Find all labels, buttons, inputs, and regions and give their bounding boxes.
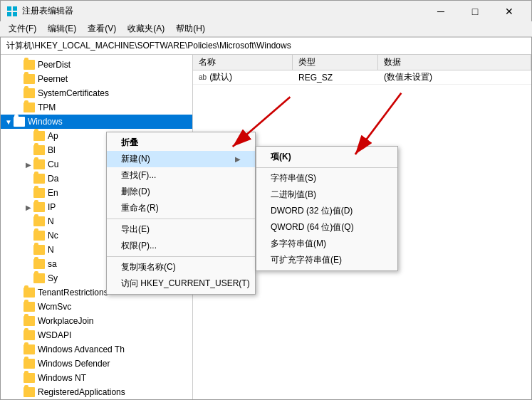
submenu-item-binary[interactable]: 二进制值(B) <box>256 186 397 203</box>
menu-bar-items: 文件(F) 编辑(E) 查看(V) 收藏夹(A) 帮助(H) <box>0 21 532 37</box>
expand-arrow <box>24 231 33 241</box>
app-icon <box>6 6 18 17</box>
expand-arrow <box>24 259 33 269</box>
menu-file[interactable]: 文件(F) <box>3 21 42 36</box>
svg-rect-3 <box>13 12 17 16</box>
tree-item-windowsnt[interactable]: Windows NT <box>1 371 192 385</box>
folder-icon <box>24 344 35 354</box>
tree-item-wcmsvc[interactable]: WcmSvc <box>1 300 192 314</box>
maximize-button[interactable]: □ <box>459 1 491 22</box>
tree-item-wsdapi[interactable]: WSDAPI <box>1 328 192 342</box>
title-bar-left: 注册表编辑器 <box>6 5 73 17</box>
expand-arrow <box>14 88 24 98</box>
cell-name: ab (默认) <box>193 70 293 84</box>
folder-icon <box>33 216 45 226</box>
expand-arrow <box>14 302 24 312</box>
context-menu: 折叠 新建(N) ▶ 查找(F)... 删除(D) 重命名(R) 导出(E) 权… <box>106 132 256 295</box>
folder-icon <box>33 188 45 198</box>
folder-icon <box>33 202 45 212</box>
submenu-item-string[interactable]: 字符串值(S) <box>256 170 397 186</box>
submenu-item-multistring[interactable]: 多字符串值(M) <box>256 236 397 252</box>
menu-view[interactable]: 查看(V) <box>82 21 122 36</box>
expand-arrow <box>14 373 24 383</box>
ctx-rename[interactable]: 重命名(R) <box>107 200 255 216</box>
ctx-sep1 <box>107 219 255 219</box>
tree-item-peernet[interactable]: Peernet <box>1 72 192 86</box>
tree-item-workplacejoin[interactable]: WorkplaceJoin <box>1 314 192 328</box>
ctx-access-hkcu[interactable]: 访问 HKEY_CURRENT_USER(T) <box>107 275 255 292</box>
main-window: 注册表编辑器 ─ □ ✕ 计算机\HKEY_LOCAL_MACHINE\SOFT… <box>0 0 532 400</box>
submenu-item-expandstring[interactable]: 可扩充字符串值(E) <box>256 252 397 268</box>
expand-arrow <box>24 245 33 255</box>
reg-value-icon: ab <box>199 73 207 81</box>
submenu-arrow: ▶ <box>235 155 241 163</box>
folder-icon <box>24 330 35 340</box>
table-header: 名称 类型 数据 <box>193 55 531 70</box>
submenu-item-dword[interactable]: DWORD (32 位)值(D) <box>256 203 397 219</box>
expand-arrow <box>24 188 33 198</box>
window-title: 注册表编辑器 <box>22 5 73 17</box>
folder-icon <box>14 117 25 127</box>
cell-data: (数值未设置) <box>378 70 531 84</box>
svg-rect-2 <box>7 12 11 16</box>
table-row[interactable]: ab (默认) REG_SZ (数值未设置) <box>193 70 531 85</box>
expand-arrow <box>24 273 33 283</box>
ctx-export[interactable]: 导出(E) <box>107 221 255 238</box>
expand-arrow: ▼ <box>4 117 14 127</box>
tree-item-winadvancedth[interactable]: Windows Advanced Th <box>1 342 192 357</box>
submenu-sep <box>256 167 397 168</box>
folder-icon <box>24 102 35 112</box>
ctx-copy-name[interactable]: 复制项名称(C) <box>107 259 255 275</box>
ctx-new[interactable]: 新建(N) ▶ <box>107 151 255 167</box>
menu-edit[interactable]: 编辑(E) <box>42 21 82 36</box>
expand-arrow <box>24 131 33 141</box>
tree-item-tpm[interactable]: TPM <box>1 100 192 115</box>
ctx-find[interactable]: 查找(F)... <box>107 167 255 184</box>
menu-favorites[interactable]: 收藏夹(A) <box>122 21 170 36</box>
expand-arrow <box>14 344 24 354</box>
ctx-delete[interactable]: 删除(D) <box>107 184 255 200</box>
folder-icon <box>24 373 35 383</box>
expand-arrow <box>14 102 24 112</box>
col-type: 类型 <box>293 55 378 70</box>
submenu-item-key[interactable]: 项(K) <box>256 149 397 165</box>
ctx-collapse[interactable]: 折叠 <box>107 135 255 151</box>
folder-icon <box>24 387 35 397</box>
folder-icon <box>24 60 35 70</box>
tree-item-systemcerts[interactable]: SystemCertificates <box>1 86 192 100</box>
tree-item-windefender[interactable]: Windows Defender <box>1 357 192 371</box>
submenu: 项(K) 字符串值(S) 二进制值(B) DWORD (32 位)值(D) QW… <box>256 146 398 271</box>
folder-icon <box>33 174 45 184</box>
close-button[interactable]: ✕ <box>493 1 526 22</box>
expand-arrow <box>14 387 24 397</box>
submenu-item-qword[interactable]: QWORD (64 位)值(Q) <box>256 219 397 236</box>
expand-arrow <box>14 74 24 84</box>
title-controls: ─ □ ✕ <box>424 1 526 22</box>
expand-arrow <box>14 316 24 326</box>
menu-help[interactable]: 帮助(H) <box>170 21 211 36</box>
tree-item-peerdist[interactable]: PeerDist <box>1 58 192 72</box>
folder-icon <box>24 74 35 84</box>
folder-icon <box>33 273 45 283</box>
expand-arrow <box>14 359 24 369</box>
expand-arrow <box>24 174 33 184</box>
ctx-sep2 <box>107 256 255 257</box>
folder-icon <box>24 302 35 312</box>
expand-arrow: ▶ <box>24 159 33 169</box>
col-data: 数据 <box>378 55 531 70</box>
folder-icon <box>24 359 35 369</box>
tree-item-windows[interactable]: ▼ Windows <box>1 115 192 129</box>
expand-arrow <box>14 288 24 298</box>
minimize-button[interactable]: ─ <box>424 1 457 22</box>
folder-icon <box>33 245 45 255</box>
title-bar: 注册表编辑器 ─ □ ✕ <box>1 1 531 22</box>
expand-arrow <box>24 145 33 155</box>
folder-icon <box>24 288 35 298</box>
expand-arrow: ▶ <box>24 202 33 212</box>
expand-arrow <box>24 216 33 226</box>
ctx-permissions[interactable]: 权限(P)... <box>107 238 255 254</box>
tree-item-regapps[interactable]: RegisteredApplications <box>1 385 192 399</box>
folder-icon <box>33 145 45 155</box>
folder-icon <box>24 316 35 326</box>
col-name: 名称 <box>193 55 293 70</box>
